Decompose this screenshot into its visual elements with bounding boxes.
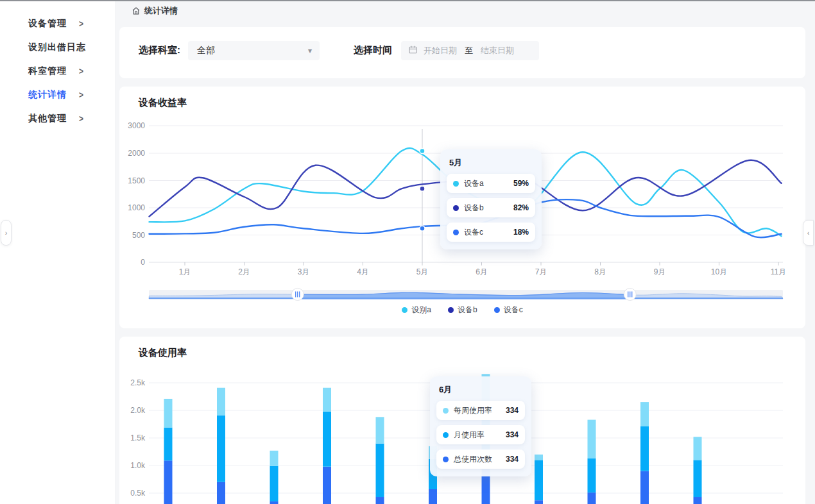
bar-11月-每周使用率[interactable] [694,437,702,460]
bar-4月-每周使用率[interactable] [323,388,331,412]
svg-text:2月: 2月 [238,267,250,276]
bar-4月-月使用率[interactable] [323,412,331,467]
bar-5月-每周使用率[interactable] [376,417,384,443]
date-to-label: 至 [465,45,473,56]
legend-label: 设别a [411,305,431,315]
chevron-right-icon: > [79,89,83,100]
svg-text:8月: 8月 [594,267,606,276]
bar-9月-总使用次数[interactable] [588,492,596,504]
datazoom-handle-left[interactable] [291,289,304,301]
tooltip-series-value: 334 [506,406,519,415]
chevron-down-icon: ▾ [308,46,312,55]
legend-label: 设备c [504,305,523,315]
sidebar-item-1[interactable]: 设备管理> [0,12,116,35]
tooltip-row: 设备a59% [447,174,535,193]
revenue-chart-card: 设备收益率 300020001500100050001月2月3月4月5月6月7月… [119,87,805,328]
panel-collapse-toggle[interactable]: ‹ [803,220,814,246]
tooltip-series-value: 334 [506,455,519,464]
tooltip-series-name: 总使用次数 [454,454,506,465]
bar-10月-月使用率[interactable] [640,426,649,471]
svg-text:5月: 5月 [416,267,429,276]
sidebar-item-5[interactable]: 其他管理> [0,106,116,130]
svg-text:500: 500 [132,231,145,240]
legend-item-2[interactable]: 设备b [448,305,477,315]
svg-text:11月: 11月 [771,267,786,276]
bar-10月-总使用次数[interactable] [640,471,649,504]
tooltip-series-value: 334 [506,430,519,439]
bar-9月-每周使用率[interactable] [588,420,596,458]
sidebar-item-label: 其他管理 [28,113,67,124]
legend-item-3[interactable]: 设备c [494,305,523,315]
svg-text:3000: 3000 [128,121,145,130]
series-dot-icon [453,230,459,235]
chevron-right-icon: > [79,42,83,53]
dept-select-value: 全部 [197,45,308,56]
dept-filter-label: 选择科室: [139,44,180,56]
sidebar-item-2[interactable]: 设别出借日志> [0,35,116,59]
svg-text:4月: 4月 [357,267,369,276]
calendar-icon [409,46,417,56]
bar-2月-每周使用率[interactable] [217,388,225,416]
bar-5月-月使用率[interactable] [376,444,384,497]
tooltip-row: 总使用次数334 [436,449,525,469]
svg-text:6月: 6月 [476,267,488,276]
chevron-right-icon: > [79,113,83,124]
tooltip-series-name: 每周使用率 [454,405,506,416]
breadcrumb[interactable]: 统计详情 [132,5,178,17]
svg-text:7月: 7月 [535,267,547,276]
legend-item-1[interactable]: 设别a [402,305,431,315]
tooltip-title: 5月 [449,157,535,169]
legend-dot-icon [494,307,500,313]
svg-text:1000: 1000 [128,203,145,212]
tooltip-series-name: 月使用率 [454,430,506,441]
sidebar-item-4[interactable]: 统计详情> [0,83,116,106]
bar-9月-月使用率[interactable] [588,458,596,492]
dept-select[interactable]: 全部 ▾ [188,41,320,60]
sidebar-item-label: 设备管理 [28,18,67,29]
sidebar-item-3[interactable]: 科室管理> [0,59,116,83]
tooltip-series-name: 设备b [464,203,513,214]
bar-6月-总使用次数[interactable] [429,489,437,504]
bar-8月-总使用次数[interactable] [535,500,543,504]
bar-1月-月使用率[interactable] [164,428,173,461]
tooltip-row: 设备c18% [447,223,535,242]
window-top-edge [0,0,815,1]
bar-3月-每周使用率[interactable] [270,451,279,466]
bar-8月-月使用率[interactable] [535,460,543,500]
svg-text:0.5k: 0.5k [130,489,146,498]
svg-text:1.0k: 1.0k [130,461,146,470]
bar-3月-月使用率[interactable] [270,466,279,501]
bar-11月-总使用次数[interactable] [694,497,702,504]
time-filter-label: 选择时间 [354,44,392,56]
date-range-picker[interactable]: 开始日期 至 结束日期 [401,41,539,60]
bar-2月-月使用率[interactable] [217,416,225,482]
bar-4月-总使用次数[interactable] [323,467,331,504]
bar-1月-总使用次数[interactable] [164,460,173,504]
sidebar-expand-toggle[interactable]: › [1,220,12,246]
svg-text:1.5k: 1.5k [130,433,146,442]
bar-2月-总使用次数[interactable] [217,482,225,504]
svg-text:9月: 9月 [654,267,666,276]
end-date-input[interactable]: 结束日期 [481,45,514,56]
chevron-right-icon: > [79,18,83,29]
svg-text:2.0k: 2.0k [130,406,146,415]
bar-11月-月使用率[interactable] [694,460,702,497]
bar-8月-每周使用率[interactable] [535,455,543,460]
bar-10月-每周使用率[interactable] [640,402,649,426]
svg-text:10月: 10月 [711,267,727,276]
usage-chart-card: 设备使用率 2.5k2.0k1.5k1.0k0.5k 6月每周使用率334月使用… [119,337,805,504]
bar-5月-总使用次数[interactable] [376,497,384,504]
datazoom-handle-right[interactable] [624,289,636,301]
home-icon [132,6,141,15]
start-date-input[interactable]: 开始日期 [424,45,457,56]
bar-3月-总使用次数[interactable] [270,501,279,504]
sidebar-item-label: 设别出借日志 [28,42,86,53]
series-dot-icon [453,181,459,187]
tooltip-row: 设备b82% [447,198,535,217]
svg-text:2000: 2000 [128,149,145,158]
bar-1月-每周使用率[interactable] [164,399,173,428]
legend-label: 设备b [458,305,477,315]
tooltip-series-name: 设备c [464,227,513,238]
revenue-tooltip: 5月设备a59%设备b82%设备c18% [440,149,542,249]
revenue-legend: 设别a设备b设备c [119,305,805,315]
